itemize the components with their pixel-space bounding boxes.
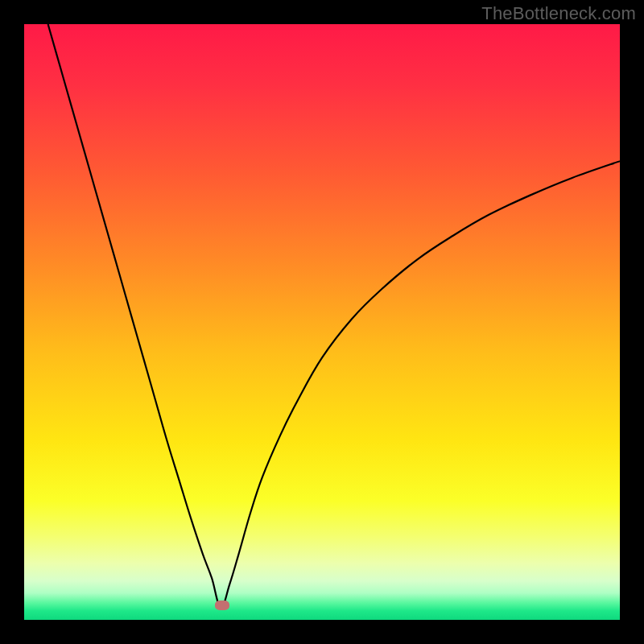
bottleneck-curve xyxy=(24,24,620,620)
plot-area xyxy=(24,24,620,620)
optimal-point-marker xyxy=(215,601,229,610)
watermark-text: TheBottleneck.com xyxy=(481,3,636,24)
chart-frame: TheBottleneck.com xyxy=(0,0,644,644)
